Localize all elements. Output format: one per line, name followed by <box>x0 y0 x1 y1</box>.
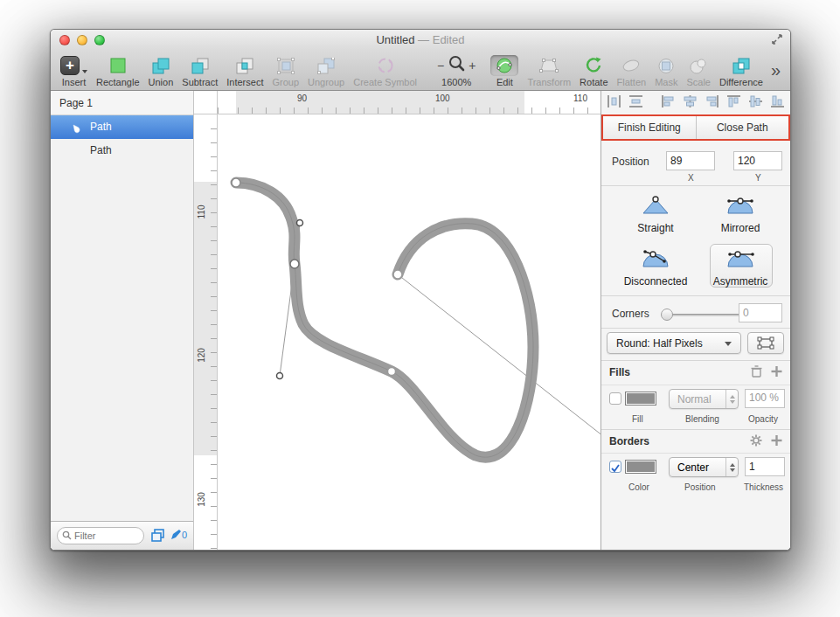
mask-icon <box>657 55 675 76</box>
opacity-label: Opacity <box>748 414 778 424</box>
add-border-icon[interactable] <box>771 434 782 450</box>
zoom-level: 1600% <box>441 77 471 87</box>
toolbar-mask[interactable]: Mask <box>655 55 677 87</box>
align-middle-vertical-icon[interactable] <box>749 95 762 111</box>
alignment-toolbar <box>601 91 790 114</box>
pixel-rounding-dropdown[interactable]: Round: Half Pixels <box>607 332 741 354</box>
layer-item-path-1[interactable]: Path <box>51 115 193 139</box>
toolbar-rectangle[interactable]: Rectangle <box>96 55 140 87</box>
intersect-icon <box>236 55 253 76</box>
control-handle[interactable] <box>277 373 283 379</box>
distribute-vertically-icon[interactable] <box>629 95 642 111</box>
fill-color-swatch[interactable] <box>625 392 656 406</box>
align-top-icon[interactable] <box>727 95 740 111</box>
align-left-icon[interactable] <box>662 95 675 111</box>
ruler-label: 130 <box>197 490 206 510</box>
group-icon <box>277 55 295 76</box>
ruler-corner <box>194 91 217 114</box>
point-type-straight[interactable]: Straight <box>618 195 693 234</box>
control-handle[interactable] <box>297 220 303 226</box>
toolbar-insert[interactable]: + Insert <box>60 55 87 87</box>
finish-editing-button[interactable]: Finish Editing <box>603 116 697 139</box>
disconnected-point-icon <box>641 248 670 269</box>
anchor-point[interactable] <box>232 178 240 187</box>
border-color-swatch[interactable] <box>625 460 656 474</box>
ungroup-icon <box>317 55 335 76</box>
toolbar-group[interactable]: Group <box>272 55 299 87</box>
divider <box>601 295 790 296</box>
ruler-label: 110 <box>197 203 206 222</box>
toolbar-union[interactable]: Union <box>149 55 174 87</box>
point-type-disconnected[interactable]: Disconnected <box>618 248 693 288</box>
toolbar-intersect[interactable]: Intersect <box>226 55 263 87</box>
layer-item-path-2[interactable]: Path <box>51 139 193 163</box>
toolbar-ungroup[interactable]: Ungroup <box>308 55 344 87</box>
color-label: Color <box>628 482 649 492</box>
align-center-horizontal-icon[interactable] <box>684 95 697 111</box>
border-position-dropdown[interactable]: Center <box>669 457 739 477</box>
asymmetric-point-icon <box>725 248 755 269</box>
y-axis-label: Y <box>755 173 761 183</box>
opacity-field[interactable]: 100 % <box>745 389 785 408</box>
titlebar: Untitled — Edited <box>51 30 790 49</box>
position-x-input[interactable] <box>666 151 715 170</box>
checkmark-icon <box>610 463 621 474</box>
ruler-label: 110 <box>573 94 587 103</box>
zoom-out-button[interactable]: − <box>437 59 444 73</box>
page-header[interactable]: Page 1 <box>51 91 193 115</box>
thickness-label: Thickness <box>744 482 783 492</box>
path-stroke[interactable] <box>236 183 533 457</box>
align-bottom-icon[interactable] <box>771 95 784 111</box>
fills-section-header: Fills <box>601 362 790 383</box>
pen-tool-icon[interactable] <box>170 529 182 544</box>
corner-radius-button[interactable] <box>747 332 784 354</box>
distribute-horizontally-icon[interactable] <box>607 95 621 111</box>
thickness-input[interactable] <box>745 457 785 476</box>
gear-icon[interactable] <box>750 434 762 450</box>
corners-input[interactable] <box>739 303 782 322</box>
position-y-input[interactable] <box>733 151 782 170</box>
anchor-point[interactable] <box>388 368 396 376</box>
corner-handles-icon <box>757 336 774 350</box>
fill-checkbox[interactable] <box>609 392 621 405</box>
border-checkbox[interactable] <box>609 461 621 473</box>
toolbar-overflow-chevron[interactable]: » <box>771 60 781 80</box>
point-type-asymmetric[interactable]: Asymmetric <box>703 248 778 288</box>
toolbar-subtract[interactable]: Subtract <box>182 55 218 87</box>
zoom-in-button[interactable]: + <box>469 59 476 73</box>
align-right-icon[interactable] <box>705 95 719 111</box>
trash-icon[interactable] <box>751 365 762 381</box>
ruler-label: 90 <box>297 94 307 103</box>
slider-knob[interactable] <box>661 308 673 321</box>
fills-title: Fills <box>609 366 630 378</box>
fill-label: Fill <box>632 414 643 424</box>
anchor-point[interactable] <box>393 270 402 279</box>
close-path-button[interactable]: Close Path <box>697 116 789 139</box>
toolbar-difference[interactable]: Difference <box>719 55 763 87</box>
divider <box>601 429 790 430</box>
chevron-down-icon <box>725 342 732 346</box>
toolbar-edit[interactable]: Edit <box>490 55 518 87</box>
toolbar-rotate[interactable]: Rotate <box>580 55 607 87</box>
add-fill-icon[interactable] <box>771 365 782 381</box>
flatten-icon <box>621 55 641 76</box>
filter-field[interactable] <box>57 527 144 544</box>
canvas[interactable] <box>218 114 601 550</box>
toolbar-scale[interactable]: Scale <box>686 55 711 87</box>
toolbar-zoom: − + 1600% <box>437 55 476 87</box>
toolbar-transform[interactable]: Transform <box>527 55 571 87</box>
borders-section-header: Borders <box>601 431 790 452</box>
difference-icon <box>732 55 750 76</box>
stepper-icon <box>725 458 738 476</box>
toolbar-flatten[interactable]: Flatten <box>617 55 647 87</box>
blending-dropdown[interactable]: Normal <box>669 389 739 409</box>
magnifier-icon <box>448 55 465 76</box>
anchor-point[interactable] <box>290 260 299 268</box>
point-type-mirrored[interactable]: Mirrored <box>703 195 778 234</box>
horizontal-ruler: 90 100 110 <box>218 91 601 114</box>
filter-input[interactable] <box>74 530 135 541</box>
toolbar-create-symbol[interactable]: Create Symbol <box>353 55 417 87</box>
pages-panel-icon[interactable] <box>151 529 165 545</box>
fullscreen-icon[interactable] <box>771 33 783 45</box>
main-area: Page 1 Path Path 0 <box>51 91 790 550</box>
